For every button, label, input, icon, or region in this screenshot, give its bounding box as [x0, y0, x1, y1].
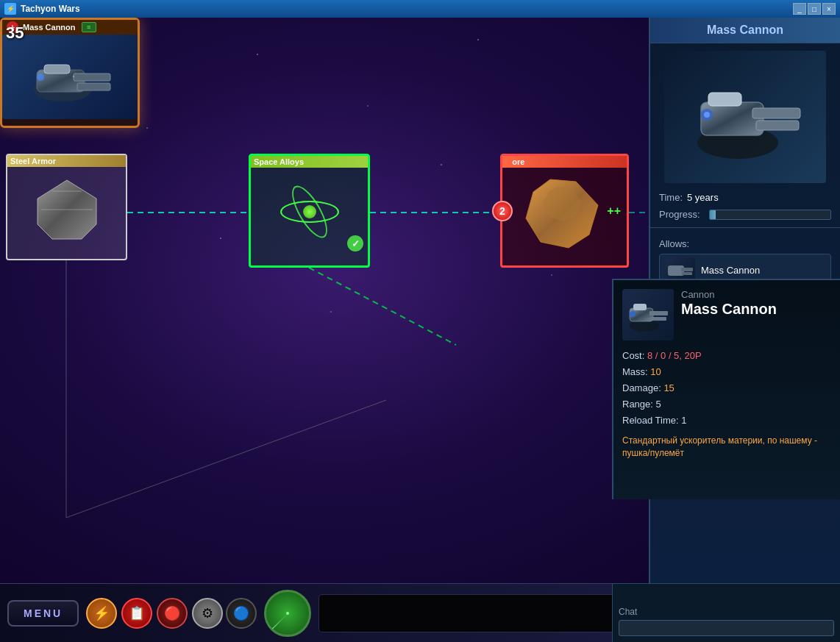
svg-point-23 — [704, 112, 710, 118]
svg-rect-19 — [752, 108, 800, 118]
panel-stats: Time: 5 years Progress: — [650, 190, 840, 223]
svg-rect-30 — [650, 317, 666, 321]
turn-number: 35 — [6, 24, 24, 43]
time-row: Time: 5 years — [659, 190, 831, 206]
progress-bar — [709, 210, 831, 220]
svg-rect-13 — [74, 74, 110, 81]
progress-bar-fill — [710, 210, 716, 219]
svg-rect-29 — [649, 311, 668, 315]
panel-tech-image — [664, 51, 826, 183]
bottom-bar: MENU ⚡ 📋 🔴 ⚙ 🔵 — [0, 583, 651, 642]
action-btn-2[interactable]: 📋 — [121, 598, 152, 629]
reload-row: Reload Time: 1 — [622, 413, 831, 429]
tech-node-steel-armor[interactable]: Steel Armor — [6, 154, 127, 260]
chat-input[interactable] — [619, 620, 834, 636]
action-btn-4[interactable]: ⚙ — [192, 598, 223, 629]
secondary-buttons: 🔵 — [226, 598, 257, 629]
display-screen — [318, 594, 619, 632]
svg-rect-20 — [756, 121, 799, 130]
weapon-stats: Cost: 8 / 0 / 5, 20P Mass: 10 Damage: 15… — [622, 348, 831, 429]
action-btn-3[interactable]: 🔴 — [157, 598, 188, 629]
weapon-description: Стандартный ускоритель материи, по нашем… — [622, 435, 831, 460]
mass-cannon-image — [2, 35, 138, 119]
svg-rect-21 — [708, 93, 741, 106]
close-button[interactable]: × — [822, 3, 836, 15]
weapon-name: Mass Cannon — [681, 300, 831, 318]
tech-node-space-alloys[interactable]: Space Alloys ✓ — [249, 154, 370, 268]
damage-row: Damage: 15 — [622, 380, 831, 396]
radar-display — [264, 590, 311, 637]
svg-line-2 — [309, 268, 456, 345]
action-btn-1[interactable]: ⚡ — [86, 598, 117, 629]
titlebar-icon: ⚡ — [4, 3, 16, 15]
maximize-button[interactable]: □ — [808, 3, 821, 15]
steel-armor-title: Steel Armor — [7, 155, 126, 167]
svg-point-32 — [630, 311, 636, 317]
weapon-info: Cannon Mass Cannon — [681, 289, 831, 318]
weapon-icon-large — [622, 289, 674, 340]
researched-checkmark: ✓ — [347, 235, 363, 252]
svg-rect-26 — [682, 272, 692, 275]
space-alloys-image: ✓ — [251, 168, 368, 256]
panel-divider — [650, 227, 840, 228]
titlebar-title: Tachyon Wars — [21, 4, 791, 14]
chat-label: Chat — [613, 604, 840, 620]
svg-rect-14 — [77, 83, 110, 90]
panel-title: Mass Cannon — [650, 18, 840, 43]
progress-row: Progress: — [659, 207, 831, 223]
space-alloys-title: Space Alloys — [251, 156, 368, 168]
chat-area: Chat — [612, 583, 840, 642]
green-badge: ≡ — [82, 22, 96, 32]
weapon-type: Cannon — [681, 289, 831, 300]
titlebar: ⚡ Tachyon Wars _ □ × — [0, 0, 840, 18]
ore-title: 2 ore — [502, 156, 627, 168]
action-buttons: ⚡ 📋 🔴 ⚙ — [86, 598, 223, 629]
svg-rect-15 — [44, 65, 70, 74]
cost-row: Cost: 8 / 0 / 5, 20P — [622, 348, 831, 364]
action-btn-5[interactable]: 🔵 — [226, 598, 257, 629]
weapon-detail-panel: Cannon Mass Cannon Cost: 8 / 0 / 5, 20P … — [612, 279, 840, 499]
allows-label: Allows: — [659, 238, 831, 249]
svg-rect-31 — [633, 304, 647, 310]
allows-cannon-name: Mass Cannon — [701, 265, 760, 276]
range-row: Range: 5 — [622, 396, 831, 413]
weapon-header: Cannon Mass Cannon — [622, 289, 831, 340]
ore-image: ++ — [502, 168, 627, 254]
game-area: 35 Steel Armor — [0, 18, 840, 642]
minimize-button[interactable]: _ — [793, 3, 806, 15]
svg-line-4 — [66, 400, 386, 518]
steel-armor-image — [7, 167, 126, 252]
svg-point-16 — [37, 74, 44, 81]
svg-rect-25 — [681, 268, 693, 271]
mass-row: Mass: 10 — [622, 364, 831, 380]
menu-button[interactable]: MENU — [7, 600, 79, 627]
tech-node-ore[interactable]: 2 ore ++ — [500, 154, 629, 268]
